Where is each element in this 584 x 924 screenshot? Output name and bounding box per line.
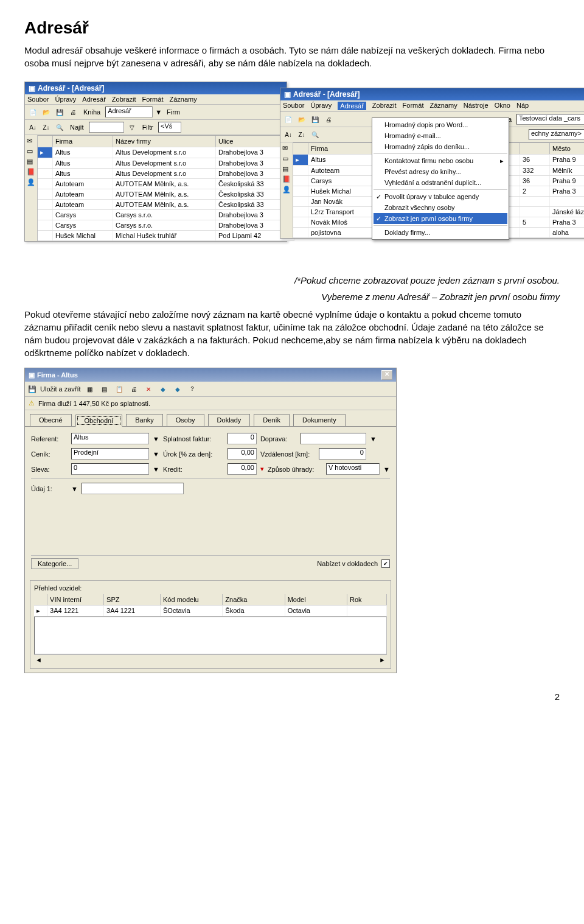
scroll-right-icon[interactable]: ► [379,656,386,663]
contact-icon[interactable]: 👤 [27,178,35,186]
cenik-field[interactable]: Prodejní [71,448,149,460]
menu-item[interactable]: Nástroje [464,102,488,110]
dropdown-icon[interactable]: ▼ [383,466,390,473]
menu-item[interactable]: Adresář [338,102,366,110]
contact-icon[interactable]: 👤 [282,186,291,194]
new-icon[interactable]: 📄 [27,107,38,117]
db-field[interactable]: Testovací data _cars [516,114,584,125]
menu-item[interactable]: Úpravy [55,96,76,103]
sort-za-icon[interactable]: Z↓ [296,129,307,140]
udaj-field[interactable] [82,483,184,494]
print-icon[interactable]: 🖨 [68,107,78,117]
book-icon[interactable]: 📕 [282,175,291,183]
col-nazev[interactable]: Název firmy [113,136,216,147]
urok-field[interactable]: 0,00 [228,448,257,460]
col-znacka[interactable]: Značka [223,594,285,605]
menu-item[interactable]: Hromadný e-mail... [374,130,507,141]
menu-item[interactable]: Náp [516,102,529,110]
col-spz[interactable]: SPZ [104,594,161,605]
table-row[interactable]: AutoteamAUTOTEAM Mělník, a.s.Českolipská… [38,179,294,189]
table-row[interactable]: Hušek MichalMichal Hušek truhlářPod Lipa… [38,231,294,241]
menu-item[interactable]: Povolit úpravy v tabulce agendy [374,191,507,202]
dropdown-icon[interactable]: ▼ [153,450,159,458]
menu-item[interactable]: Převést adresy do knihy... [374,166,507,177]
vehicle-row[interactable]: ▸ 3A4 1221 3A4 1221 ŠOctavia Škoda Octav… [34,606,387,617]
mail-icon[interactable]: ✉ [27,137,35,145]
dropdown-icon[interactable]: ▼ [370,435,377,443]
card-icon[interactable]: ▭ [282,155,291,163]
new-icon[interactable]: 📄 [283,114,294,125]
tab-deník[interactable]: Deník [254,414,290,426]
scroll-left-icon[interactable]: ◄ [35,656,42,663]
menu-item[interactable]: Zobrazit [112,96,136,103]
card-icon[interactable]: ▭ [27,147,35,155]
menu-item[interactable]: Formát [142,96,164,103]
menu-item[interactable]: Hromadný dopis pro Word... [374,119,507,130]
dropdown-icon[interactable]: ▼ [153,435,159,443]
save-icon[interactable]: 💾 [310,114,321,125]
open-icon[interactable]: 📂 [41,107,52,117]
table-row[interactable]: AltusAltus Development s.r.oDrahobejlova… [38,158,294,169]
splatnost-field[interactable]: 0 [228,433,257,444]
dropdown-icon[interactable]: ▼ [155,108,162,116]
horizontal-scrollbar[interactable]: ◄ ► [34,654,387,665]
save-close-button[interactable]: Uložit a zavřít [40,385,81,393]
menu-item[interactable]: Záznamy [169,96,196,103]
binoculars-icon[interactable]: 🔍 [54,122,65,133]
delete-icon[interactable]: ✕ [143,383,154,394]
sort-az-icon[interactable]: A↓ [283,129,294,140]
menu-item[interactable]: Adresář [82,96,106,103]
menu-item[interactable]: Vyhledání a odstranění duplicit... [374,177,507,188]
col-firma-b[interactable]: Firma [308,143,381,154]
menu-item[interactable]: Zobrazit jen první osobu firmy [374,213,507,224]
down-icon[interactable]: ◆ [172,383,183,394]
book-icon[interactable]: 📕 [27,168,35,176]
menu-item[interactable]: Kontaktovat firmu nebo osobu [374,155,507,166]
col-firma[interactable]: Firma [53,136,113,147]
table-row[interactable]: CarsysCarsys s.r.o.Drahobejlova 3 [38,220,294,231]
binoculars-icon[interactable]: 🔍 [310,129,321,140]
mail-icon[interactable]: ✉ [282,144,291,152]
tab-dokumenty[interactable]: Dokumenty [293,414,346,426]
referent-field[interactable]: Altus [71,433,149,444]
col-rok[interactable]: Rok [347,594,387,605]
print-icon[interactable]: 🖨 [323,114,334,125]
up-icon[interactable]: ◆ [158,383,169,394]
menu-item[interactable]: Hromadný zápis do deníku... [374,141,507,152]
tab-banky[interactable]: Banky [126,414,163,426]
table-row[interactable]: AltusAltus Development s.r.oDrahobejlova… [38,169,294,179]
filtr-field[interactable]: <Vš [158,122,181,133]
tool-icon[interactable]: ▤ [99,383,110,394]
menu-item[interactable]: Doklady firmy... [374,227,507,238]
dropdown-icon[interactable]: ▼ [71,485,78,492]
sort-za-icon[interactable]: Z↓ [41,122,52,133]
menu-item[interactable]: Zobrazit všechny osoby [374,202,507,213]
tab-doklady[interactable]: Doklady [208,414,251,426]
table-row[interactable]: CarsysCarsys s.r.o.Drahobejlova 3 [38,210,294,220]
col-model[interactable]: Model [285,594,347,605]
menu-item[interactable]: Záznamy [429,102,457,110]
note-icon[interactable]: ▤ [27,158,35,166]
nabizet-checkbox[interactable] [381,559,390,568]
tab-osoby[interactable]: Osoby [167,414,204,426]
tool-icon[interactable]: ▦ [85,383,96,394]
tab-obecné[interactable]: Obecné [30,414,72,426]
help-icon[interactable]: ？ [187,383,198,394]
flag-icon[interactable]: ▾ [260,465,264,473]
menu-item[interactable]: Okno [495,102,510,110]
menu-item[interactable]: Soubor [283,102,304,110]
kniha-field[interactable]: Adresář [105,107,153,117]
open-icon[interactable]: 📂 [296,114,307,125]
filtr-field-b[interactable]: echny záznamy> [529,129,584,140]
tab-obchodní[interactable]: Obchodní [75,415,123,427]
save-icon[interactable]: 💾 [28,385,36,393]
kredit-field[interactable]: 0,00 [228,463,257,475]
filter-icon[interactable]: ▽ [127,122,137,133]
menu-item[interactable]: Formát [403,102,424,110]
close-icon[interactable]: ✕ [381,370,392,380]
tool-icon[interactable]: 🖨 [128,383,139,394]
table-row[interactable]: ▸AltusAltus Development s.r.oDrahobejlov… [38,147,294,158]
note-icon[interactable]: ▤ [282,165,291,173]
doprava-field[interactable] [301,433,366,444]
save-icon[interactable]: 💾 [54,107,65,117]
